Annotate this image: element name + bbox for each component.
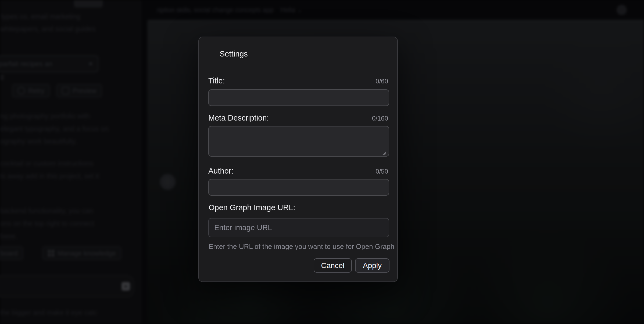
author-input[interactable] [208, 179, 389, 196]
author-field-label: Author: [208, 167, 234, 175]
meta-description-label: Meta Description: [208, 114, 269, 122]
meta-description-char-counter: 0/160 [372, 115, 388, 122]
meta-description-textarea[interactable] [208, 126, 389, 157]
og-image-url-label: Open Graph Image URL: [209, 203, 295, 212]
og-image-url-helper-text: Enter the URL of the image you want to u… [209, 242, 394, 251]
settings-dialog: Settings Title: 0/60 Meta Description: 0… [198, 37, 398, 282]
og-image-url-input[interactable] [208, 218, 389, 237]
divider [209, 66, 387, 66]
apply-button[interactable]: Apply [355, 258, 389, 273]
cancel-button[interactable]: Cancel [314, 258, 352, 273]
author-char-counter: 0/50 [375, 168, 388, 175]
title-field-label: Title: [208, 76, 225, 85]
resize-handle-icon[interactable] [381, 150, 387, 156]
dialog-title: Settings [220, 50, 248, 58]
title-input[interactable] [208, 89, 389, 106]
title-char-counter: 0/60 [375, 78, 388, 85]
